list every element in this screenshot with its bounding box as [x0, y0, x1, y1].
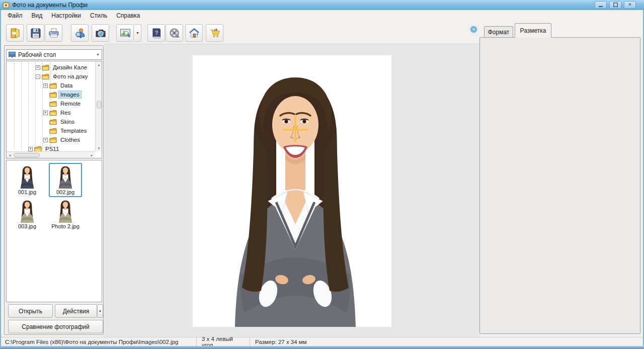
markup-panel [479, 37, 640, 334]
compare-photos-button[interactable]: Сравнение фотографий [8, 320, 103, 333]
tree-item-label: Images [59, 91, 81, 98]
tab-format[interactable]: Формат [484, 26, 513, 37]
tree-item-Clothes[interactable]: +Clothes [7, 135, 95, 144]
folder-icon [49, 119, 59, 125]
tree-item-Templates[interactable]: +Templates [7, 126, 95, 135]
scroll-up-icon[interactable]: ▲ [96, 61, 102, 68]
location-dropdown[interactable]: Рабочий стол ▼ [6, 49, 102, 60]
menu-item[interactable]: Справка [112, 11, 144, 20]
window-title: Фото на документы Профи [12, 2, 88, 9]
tree-item-label: Data [59, 82, 74, 89]
photo-preview[interactable] [193, 55, 391, 327]
user-search-icon[interactable] [71, 24, 89, 42]
folder-icon [42, 64, 51, 71]
folder-icon [49, 82, 59, 89]
menu-item[interactable]: Файл [3, 11, 27, 20]
expand-icon[interactable]: + [28, 147, 33, 151]
thumbnail-photo [18, 165, 37, 189]
scrollbar-thumb[interactable] [97, 101, 101, 109]
close-icon[interactable]: ✕ [624, 1, 636, 9]
tree-item-label: Фото на доку [51, 73, 90, 80]
thumbnail-label: Photo 2.jpg [51, 223, 79, 229]
tab-label: Разметка [520, 27, 546, 34]
thumbnail-001.jpg[interactable]: 001.jpg [11, 163, 44, 197]
folder-icon [49, 92, 59, 98]
menubar: ФайлВидНастройкиСтильСправка [1, 10, 643, 21]
titlebar: Фото на документы Профи ✕ [0, 0, 644, 10]
tree-item-Дизайн Кале[interactable]: +Дизайн Кале [7, 63, 95, 72]
preview-dropdown-icon[interactable]: ▼ [134, 24, 141, 42]
tree-item-label: Remote [59, 100, 82, 107]
help-book-icon[interactable]: ? [147, 24, 165, 42]
thumbnail-002.jpg[interactable]: 002.jpg [49, 163, 82, 197]
camera-icon[interactable] [92, 24, 109, 42]
actions-button[interactable]: Действия [55, 304, 97, 318]
tab-razmetka[interactable]: Разметка [515, 23, 551, 38]
location-value: Рабочий стол [18, 51, 56, 58]
expand-icon[interactable]: + [43, 111, 48, 115]
thumbnail-photo [18, 199, 37, 223]
thumbnail-Photo 2.jpg[interactable]: Photo 2.jpg [49, 197, 82, 231]
maximize-icon[interactable] [609, 1, 621, 9]
scroll-right-icon[interactable]: ► [89, 152, 95, 158]
toolbar: ▼ ? ✕ [1, 21, 479, 44]
thumbnail-photo [56, 165, 75, 189]
svg-text:?: ? [154, 30, 158, 36]
preview-icon[interactable] [116, 24, 134, 42]
thumbnail-003.jpg[interactable]: 003.jpg [11, 197, 44, 231]
folder-icon [49, 101, 59, 107]
folder-icon [49, 137, 59, 143]
menu-item[interactable]: Стиль [86, 11, 112, 20]
open-folder-icon[interactable] [6, 24, 24, 42]
thumbnail-label: 002.jpg [56, 189, 74, 195]
chevron-down-icon: ▼ [96, 53, 100, 56]
tree-item-label: Skins [59, 118, 76, 125]
desktop-icon [9, 52, 16, 58]
scrollbar-thumb[interactable] [14, 153, 40, 157]
status-file-path: C:\Program Files (x86)\Фото на документы… [1, 337, 196, 346]
status-size: Размер: 27 х 34 мм [250, 337, 312, 346]
scroll-down-icon[interactable]: ▼ [96, 145, 102, 151]
save-icon[interactable] [27, 24, 44, 42]
folder-tree: +Дизайн Кале-Фото на доку+Data+Images+Re… [7, 63, 95, 153]
print-icon[interactable] [45, 24, 62, 42]
tree-item-Data[interactable]: +Data [7, 81, 95, 90]
minimize-icon[interactable] [595, 1, 607, 9]
folder-icon [49, 128, 59, 134]
window-border-left [0, 10, 1, 346]
window-border-bottom [0, 346, 644, 349]
cart-icon[interactable] [206, 24, 223, 42]
folder-icon [42, 73, 51, 80]
thumbnail-label: 003.jpg [18, 223, 36, 229]
tree-item-Фото на доку[interactable]: -Фото на доку [7, 72, 95, 81]
actions-dropdown-icon[interactable]: ▼ [97, 304, 103, 318]
menu-item[interactable]: Настройки [47, 11, 86, 20]
thumbnail-list: 001.jpg002.jpg003.jpgPhoto 2.jpg [6, 160, 102, 302]
tree-item-Res[interactable]: +Res [7, 108, 95, 117]
scroll-left-icon[interactable]: ◄ [7, 152, 13, 158]
app-icon [3, 2, 10, 9]
hide-toolbar-icon[interactable]: ✕ [470, 26, 477, 33]
thumbnail-photo [56, 199, 75, 223]
tree-item-Skins[interactable]: +Skins [7, 117, 95, 126]
video-reel-icon[interactable] [166, 24, 183, 42]
expand-icon[interactable]: + [43, 83, 48, 88]
tree-item-Remote[interactable]: +Remote [7, 99, 95, 108]
tab-label: Формат [488, 29, 510, 36]
tree-item-label: Templates [59, 127, 88, 134]
statusbar: C:\Program Files (x86)\Фото на документы… [1, 337, 643, 346]
tree-item-Images[interactable]: +Images [7, 90, 95, 99]
tree-vertical-scrollbar[interactable]: ▲ ▼ [95, 61, 102, 151]
tree-item-label: Дизайн Кале [51, 64, 89, 71]
tree-horizontal-scrollbar[interactable]: ◄ ► [7, 151, 95, 158]
folder-tree-box: +Дизайн Кале-Фото на доку+Data+Images+Re… [6, 61, 102, 158]
thumbnail-label: 001.jpg [18, 189, 36, 195]
status-format: 3 х 4 левый угол [196, 337, 250, 346]
open-button[interactable]: Открыть [8, 304, 53, 318]
home-icon[interactable] [185, 24, 203, 42]
folder-icon [49, 110, 59, 116]
collapse-icon[interactable]: - [36, 74, 40, 79]
expand-icon[interactable]: + [43, 138, 48, 142]
expand-icon[interactable]: + [36, 65, 40, 70]
menu-item[interactable]: Вид [27, 11, 47, 20]
